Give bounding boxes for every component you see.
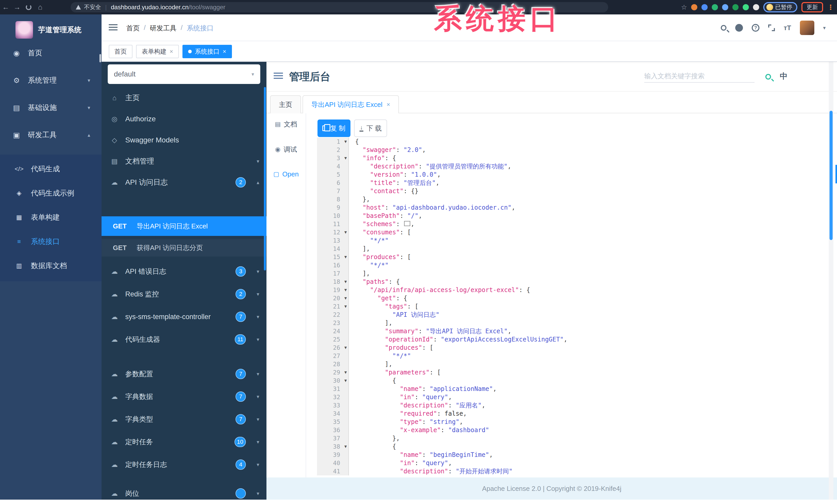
tag-chip[interactable]: 系统接口× [182, 45, 232, 58]
github-icon[interactable] [735, 24, 743, 32]
breadcrumb-item[interactable]: 首页 [126, 24, 140, 33]
line-number: 19▼ [317, 286, 349, 294]
reload-icon[interactable] [26, 4, 32, 10]
fold-icon[interactable]: ▼ [344, 286, 347, 294]
sidebar-scrollbar[interactable] [100, 54, 101, 62]
swagger-group-参数配置[interactable]: ☁参数配置7▾ [102, 365, 266, 383]
sidebar-subitem-代码生成示例[interactable]: ◈代码生成示例 [0, 184, 102, 202]
code-content: ], [349, 319, 392, 327]
swagger-scrollbar[interactable] [264, 87, 266, 270]
sidebar-item-基础设施[interactable]: ▤基础设施▾ [0, 98, 102, 117]
swagger-group-代码生成器[interactable]: ☁代码生成器11▾ [102, 330, 266, 349]
doc-search-icon[interactable] [765, 72, 771, 82]
collapse-icon[interactable] [274, 73, 283, 80]
code-content: "*/*" [349, 237, 389, 245]
swagger-group-定时任务日志[interactable]: ☁定时任务日志4▾ [102, 455, 266, 474]
back-icon[interactable]: ← [0, 3, 11, 11]
hamburger-icon[interactable] [109, 24, 118, 32]
sidebar-subitem-代码生成[interactable]: </>代码生成 [0, 160, 102, 178]
sidebar-item-研发工具[interactable]: ▣研发工具▴ [0, 126, 102, 144]
code-editor[interactable]: 1▼{2 "swagger": "2.0",3▼ "info": {4 "des… [317, 137, 821, 478]
swagger-item-Swagger Models[interactable]: ◇Swagger Models [102, 131, 266, 149]
code-token: "2.0" [404, 146, 422, 153]
app-logo-row[interactable]: 芋道管理系统 [0, 14, 102, 41]
fold-icon[interactable]: ▼ [344, 253, 347, 261]
count-badge: 7 [235, 312, 246, 322]
extension-icon[interactable] [712, 4, 718, 10]
sidebar-subitem-系统接口[interactable]: ≡系统接口 [0, 232, 102, 251]
close-icon[interactable]: × [387, 101, 390, 108]
language-icon[interactable]: 中 [780, 71, 787, 82]
fold-icon[interactable]: ▼ [344, 376, 347, 385]
swagger-group-定时任务[interactable]: ☁定时任务10▾ [102, 433, 266, 451]
download-button[interactable]: ↓ 下 载 [354, 119, 387, 137]
copy-button[interactable]: 复 制 [318, 119, 351, 137]
swagger-item-文档管理[interactable]: ▤文档管理▾ [102, 152, 266, 170]
home-icon[interactable]: ⌂ [35, 3, 46, 11]
browser-update-button[interactable]: 更新 [801, 2, 823, 12]
swagger-group-字典数据[interactable]: ☁字典数据7▾ [102, 387, 266, 406]
chevron-down-icon[interactable]: ▾ [823, 25, 826, 31]
browser-menu-icon[interactable]: ⋮ [827, 3, 834, 11]
page-scrollbar-thumb[interactable] [830, 111, 833, 240]
bookmark-star-icon[interactable]: ☆ [681, 3, 687, 11]
fold-icon[interactable]: ▼ [344, 368, 347, 376]
swagger-group-API 访问日志[interactable]: ☁API 访问日志2▴ [102, 173, 266, 192]
swagger-group-sys-sms-template-controller[interactable]: ☁sys-sms-template-controller7▾ [102, 307, 266, 326]
fullscreen-icon[interactable] [768, 24, 775, 31]
sidebar-subitem-数据库文档[interactable]: ▥数据库文档 [0, 257, 102, 275]
breadcrumb-item[interactable]: 系统接口 [186, 24, 213, 33]
extension-icon[interactable] [691, 4, 697, 10]
chevron-down-icon: ▾ [257, 393, 259, 400]
breadcrumb-item[interactable]: 研发工具 [150, 24, 177, 33]
extension-icon[interactable] [732, 4, 738, 10]
sidebar-item-首页[interactable]: ◉首页 [0, 44, 102, 62]
search-icon[interactable] [721, 25, 727, 31]
api-operation[interactable]: GET获得API 访问日志分页 [102, 239, 266, 257]
code-token: , [418, 212, 422, 220]
extension-icon[interactable] [743, 4, 749, 10]
side-tab-调试[interactable]: ◉调试 [266, 140, 306, 158]
tag-chip[interactable]: 表单构建× [136, 45, 179, 58]
avatar[interactable] [800, 21, 814, 35]
fold-icon[interactable]: ▼ [344, 443, 347, 451]
swagger-group-API 错误日志[interactable]: ☁API 错误日志3▾ [102, 262, 266, 281]
fold-icon[interactable]: ▼ [344, 343, 347, 352]
doc-search-input[interactable] [644, 70, 754, 83]
api-group-select[interactable]: default ▾ [108, 64, 260, 84]
extension-icon[interactable] [722, 4, 728, 10]
fold-icon[interactable]: ▼ [344, 302, 347, 311]
forward-icon[interactable]: → [11, 3, 23, 11]
swagger-group-字典类型[interactable]: ☁字典类型7▾ [102, 410, 266, 429]
fold-icon[interactable]: ▼ [344, 228, 347, 237]
doc-tab-label: 主页 [279, 100, 292, 109]
doc-tab[interactable]: 导出API 访问日志 Excel× [303, 95, 399, 113]
swagger-item-主页[interactable]: ⌂主页 [102, 89, 266, 107]
swagger-group-label: 岗位 [125, 489, 139, 498]
close-icon[interactable]: × [170, 48, 173, 55]
extension-icon[interactable] [753, 4, 759, 10]
page-scrollbar[interactable] [829, 14, 833, 500]
help-icon[interactable]: ? [752, 24, 760, 32]
fold-icon[interactable]: ▼ [344, 154, 347, 162]
api-operation[interactable]: GET导出API 访问日志 Excel [102, 216, 266, 236]
doc-tab[interactable]: 主页 [270, 95, 301, 113]
fold-icon[interactable]: ▼ [344, 294, 347, 302]
tag-chip[interactable]: 首页 [109, 45, 132, 58]
fold-icon[interactable]: ▼ [344, 278, 347, 286]
extension-icon[interactable] [701, 4, 708, 10]
side-tab-Open[interactable]: ▢Open [266, 165, 306, 183]
sidebar-item-系统管理[interactable]: ⚙系统管理▾ [0, 71, 102, 90]
swagger-group-Redis 监控[interactable]: ☁Redis 监控2▾ [102, 285, 266, 303]
close-icon[interactable]: × [222, 48, 226, 55]
paused-extension-pill[interactable]: 已暂停 [763, 2, 797, 12]
fold-icon[interactable]: ▼ [344, 137, 347, 146]
swagger-group-岗位[interactable]: ☁岗位▾ [102, 484, 266, 500]
font-size-icon[interactable]: тT [784, 24, 791, 32]
cloud-icon: ☁ [110, 490, 119, 498]
code-token: , [448, 393, 452, 401]
swagger-item-Authorize[interactable]: ◎Authorize [102, 110, 266, 128]
code-line: 11 "schemes": , [317, 220, 821, 228]
sidebar-subitem-表单构建[interactable]: ▦表单构建 [0, 208, 102, 227]
side-tab-文档[interactable]: ▤文档 [266, 115, 306, 133]
